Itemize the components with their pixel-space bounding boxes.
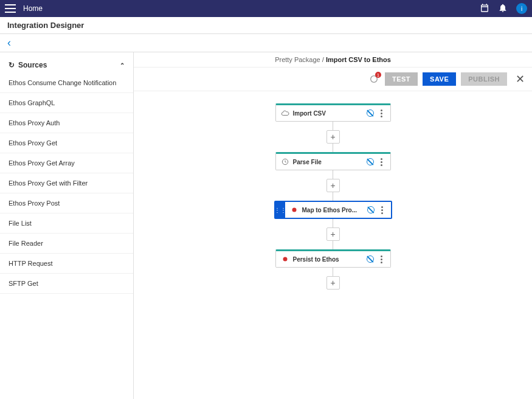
bell-icon[interactable]	[498, 3, 508, 15]
sidebar-item[interactable]: Ethos GraphQL	[0, 93, 133, 113]
workflow-node[interactable]: Import CSV	[275, 103, 391, 122]
topbar-home[interactable]: Home	[23, 4, 480, 13]
add-node-button[interactable]: +	[326, 130, 340, 144]
calendar-icon[interactable]	[480, 3, 489, 15]
sidebar-item[interactable]: Ethos Proxy Get with Filter	[0, 173, 133, 193]
sidebar-item[interactable]: Ethos Proxy Post	[0, 193, 133, 213]
kebab-icon[interactable]	[378, 255, 385, 263]
node-label: Persist to Ethos	[293, 256, 362, 263]
sidebar-header-sources[interactable]: ↻ Sources ⌃	[0, 57, 133, 73]
sources-icon: ↻	[9, 61, 15, 69]
cloud-icon	[281, 109, 289, 117]
page-title: Integration Designer	[0, 17, 532, 34]
menu-icon[interactable]	[5, 4, 16, 13]
close-icon[interactable]: ✕	[516, 72, 525, 86]
db-icon	[281, 255, 289, 263]
sidebar-item[interactable]: File List	[0, 213, 133, 234]
save-button[interactable]: SAVE	[423, 72, 456, 86]
kebab-icon[interactable]	[379, 206, 386, 214]
status-icon	[366, 158, 375, 166]
publish-button: PUBLISH	[461, 72, 507, 86]
avatar[interactable]: i	[516, 3, 527, 14]
chevron-up-icon: ⌃	[120, 62, 125, 69]
sidebar-item[interactable]: Ethos Proxy Get	[0, 133, 133, 153]
node-label: Map to Ethos Pro...	[302, 207, 363, 213]
svg-point-2	[292, 208, 296, 212]
add-node-button[interactable]: +	[326, 179, 340, 192]
back-bar: ‹	[0, 34, 532, 52]
map-icon	[290, 206, 299, 214]
workflow-node-selected[interactable]: ⋮⋮Map to Ethos Pro...	[274, 201, 392, 219]
workflow-node[interactable]: Parse File	[275, 152, 391, 170]
sidebar-item[interactable]: Ethos Proxy Get Array	[0, 153, 133, 173]
breadcrumb-parent[interactable]: Pretty Package	[275, 56, 320, 63]
status-icon	[366, 255, 375, 263]
back-icon[interactable]: ‹	[7, 36, 11, 49]
main: Pretty Package / Import CSV to Ethos 1 T…	[134, 52, 532, 399]
breadcrumb-sep: /	[322, 56, 324, 63]
breadcrumb-current: Import CSV to Ethos	[326, 56, 391, 63]
status-icon	[367, 206, 375, 214]
add-node-button[interactable]: +	[326, 276, 340, 290]
sidebar-item[interactable]: SFTP Get	[0, 274, 133, 294]
kebab-icon[interactable]	[378, 158, 385, 166]
status-icon	[366, 109, 375, 117]
sidebar-item[interactable]: HTTP Request	[0, 254, 133, 274]
test-button[interactable]: TEST	[385, 72, 418, 86]
sidebar-item[interactable]: File Reader	[0, 234, 133, 254]
node-label: Import CSV	[293, 110, 362, 117]
sidebar-header-label: Sources	[18, 61, 47, 69]
file-icon	[281, 158, 289, 166]
drag-handle-icon[interactable]: ⋮⋮	[275, 202, 285, 218]
node-label: Parse File	[293, 159, 362, 165]
topbar: Home i	[0, 0, 532, 17]
sidebar: ↻ Sources ⌃ Ethos Consume Change Notific…	[0, 52, 134, 399]
notif-icon[interactable]: 1	[368, 73, 380, 85]
canvas: Import CSV+Parse File+⋮⋮Map to Ethos Pro…	[134, 91, 532, 399]
workflow-node[interactable]: Persist to Ethos	[275, 249, 391, 268]
add-node-button[interactable]: +	[326, 227, 340, 241]
sidebar-item[interactable]: Ethos Proxy Auth	[0, 113, 133, 133]
kebab-icon[interactable]	[378, 109, 385, 117]
notif-badge: 1	[375, 72, 381, 78]
breadcrumb: Pretty Package / Import CSV to Ethos	[275, 56, 391, 63]
svg-point-3	[283, 257, 287, 262]
sidebar-item[interactable]: Ethos Consume Change Notification	[0, 73, 133, 93]
